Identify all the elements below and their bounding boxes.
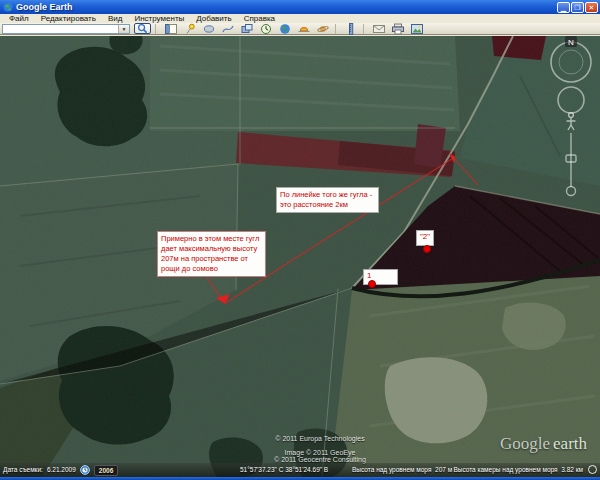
copyright-line: © 2011 Europa Technologies (225, 435, 415, 442)
map-viewport[interactable]: N По линейке того же гугла - это расстоя… (0, 36, 600, 477)
sunlight-icon (298, 23, 310, 35)
toolbar-separator (155, 24, 156, 34)
menu-file[interactable]: Файл (3, 14, 35, 23)
historical-imagery-button[interactable] (257, 23, 274, 34)
annotation-distance[interactable]: По линейке того же гугла - это расстояни… (277, 188, 378, 212)
copyright-line: Image © 2011 GeoEye (225, 449, 415, 456)
historical-imagery-clock-icon (260, 23, 272, 35)
save-image-button[interactable] (408, 23, 425, 34)
toolbar: ▼ (0, 23, 600, 35)
earth-view-button[interactable] (276, 23, 293, 34)
print-button[interactable] (389, 23, 406, 34)
search-icon (137, 23, 148, 34)
app-globe-icon (3, 2, 13, 12)
menu-edit[interactable]: Редактировать (35, 14, 102, 23)
placemark-dot-2[interactable] (423, 245, 431, 253)
history-clock-icon[interactable] (80, 465, 90, 475)
titlebar[interactable]: Google Earth ▁ ❐ ✕ (0, 0, 600, 14)
email-button[interactable] (370, 23, 387, 34)
satellite-imagery: N (0, 36, 600, 477)
compass-north-label: N (568, 38, 574, 47)
pointer-coordinates: 51°57'37.23" С 38°51'24.69" В (240, 463, 328, 477)
search-dropdown-arrow-icon[interactable]: ▼ (118, 25, 129, 33)
imagery-copyright: © 2011 Europa Technologies Image © 2011 … (225, 435, 415, 463)
sidebar-toggle-button[interactable] (162, 23, 179, 34)
annotation-elevation[interactable]: Примерно в этом месте гугл дает максимал… (158, 232, 265, 276)
add-polygon-button[interactable] (200, 23, 217, 34)
google-earth-window: Google Earth ▁ ❐ ✕ Файл Редактировать Ви… (0, 0, 600, 480)
streaming-indicator-icon (588, 465, 597, 474)
google-earth-logo: Googleearth (500, 434, 587, 454)
add-image-overlay-button[interactable] (238, 23, 255, 34)
sunlight-button[interactable] (295, 23, 312, 34)
copyright-line: © 2011 Geocentre Consulting (225, 456, 415, 463)
planets-button[interactable] (314, 23, 331, 34)
planets-icon (317, 23, 329, 35)
imagery-date-label: Дата съемки: (3, 463, 43, 477)
window-title: Google Earth (16, 2, 557, 12)
camera-altitude: Высота камеры над уровнем моря 3.82 км (453, 463, 583, 477)
email-icon (373, 23, 385, 35)
logo-google: Google (500, 434, 550, 453)
placemark-label-2[interactable]: "2" (417, 231, 433, 245)
ruler-icon (345, 23, 357, 35)
polygon-icon (203, 23, 215, 35)
search-button[interactable] (134, 23, 151, 34)
menu-view[interactable]: Вид (102, 14, 128, 23)
close-button[interactable]: ✕ (585, 2, 598, 13)
minimize-button[interactable]: ▁ (557, 2, 570, 13)
toolbar-separator (363, 24, 364, 34)
globe-icon (279, 23, 291, 35)
status-bar: Дата съемки: 6.21.2009 2006 51°57'37.23"… (0, 463, 600, 477)
placemark-icon (184, 23, 196, 35)
imagery-date-value: 6.21.2009 (47, 463, 76, 477)
save-image-icon (411, 23, 423, 35)
logo-earth: earth (553, 434, 587, 453)
restore-button[interactable]: ❐ (571, 2, 584, 13)
path-icon (222, 23, 234, 35)
history-year-badge[interactable]: 2006 (94, 465, 118, 476)
image-overlay-icon (241, 23, 253, 35)
add-placemark-button[interactable] (181, 23, 198, 34)
add-path-button[interactable] (219, 23, 236, 34)
print-icon (392, 23, 404, 35)
ruler-button[interactable] (342, 23, 359, 34)
toolbar-separator (335, 24, 336, 34)
search-input[interactable]: ▼ (2, 24, 130, 34)
sidebar-toggle-icon (165, 23, 177, 35)
terrain-elevation: Высота над уровнем моря 207 м (352, 463, 452, 477)
placemark-dot-1[interactable] (368, 280, 376, 288)
menu-tools[interactable]: Инструменты (128, 14, 190, 23)
